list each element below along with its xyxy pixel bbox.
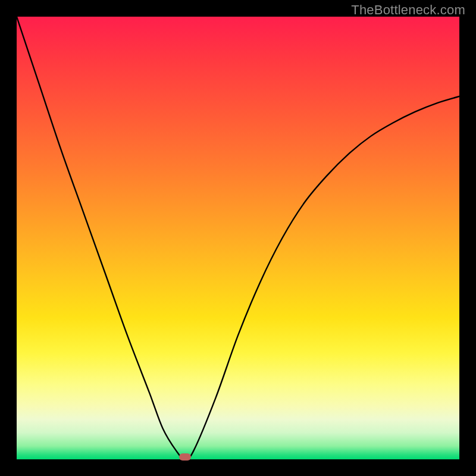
optimal-point-marker [179,453,191,461]
watermark-text: TheBottleneck.com [351,2,465,18]
chart-frame: TheBottleneck.com [0,0,476,476]
plot-area [17,17,459,459]
bottleneck-curve [17,17,459,459]
